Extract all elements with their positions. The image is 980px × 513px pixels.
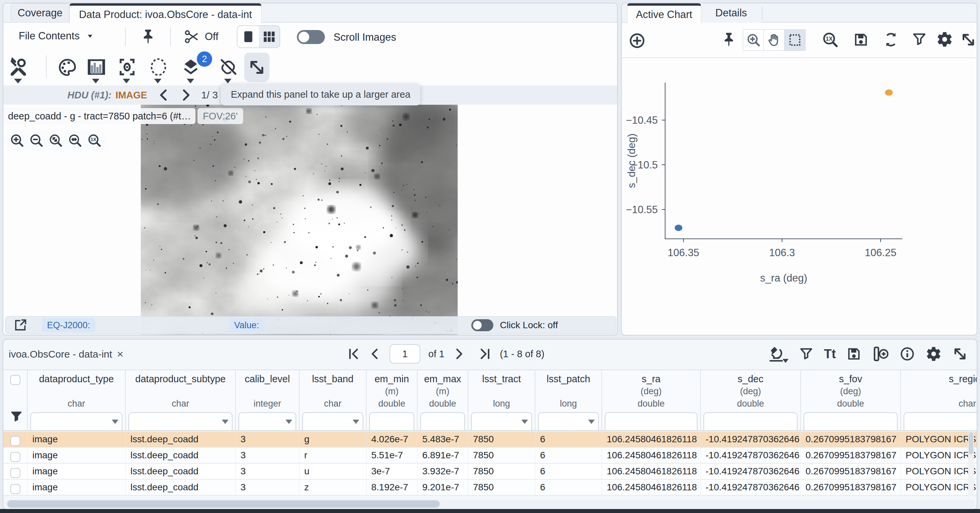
crop-toggle[interactable]: Off xyxy=(183,29,218,45)
filter-dropdown-icon[interactable] xyxy=(588,420,595,424)
table-row[interactable]: imagelsst.deep_coadd3z8.192e-79.201e-778… xyxy=(3,480,977,495)
column-filter-input[interactable] xyxy=(803,412,897,431)
column-header[interactable]: s_fov (deg) double xyxy=(801,370,901,430)
table-filter-icon[interactable] xyxy=(799,346,814,362)
filter-dropdown-icon[interactable] xyxy=(521,420,528,424)
table-rows: imagelsst.deep_coadd3g4.026e-75.483e-778… xyxy=(3,432,977,495)
chart-settings-icon[interactable] xyxy=(936,31,953,48)
tab-active-chart[interactable]: Active Chart xyxy=(627,3,701,23)
table-add-column-icon[interactable] xyxy=(872,345,889,363)
chart-filter-icon[interactable] xyxy=(911,31,927,47)
page-number-input[interactable] xyxy=(390,344,420,363)
expand-panel-button[interactable] xyxy=(244,53,269,82)
scroll-images-toggle[interactable] xyxy=(297,30,325,44)
column-header[interactable]: s_dec (deg) double xyxy=(701,370,801,430)
page-last-icon[interactable] xyxy=(478,347,492,360)
table-cell: 3 xyxy=(236,447,299,463)
hdu-prev-icon[interactable] xyxy=(157,88,170,102)
row-checkbox[interactable] xyxy=(10,468,20,478)
table-expand-icon[interactable] xyxy=(952,346,968,362)
chart-save-icon[interactable] xyxy=(853,31,869,48)
column-header[interactable]: lsst_tract long xyxy=(468,370,535,430)
tab-details[interactable]: Details xyxy=(701,3,761,23)
row-checkbox[interactable] xyxy=(10,452,20,462)
column-filter-input[interactable] xyxy=(703,412,797,431)
column-filter-input[interactable] xyxy=(30,412,123,431)
zoom-fill-icon[interactable] xyxy=(67,133,83,148)
column-header[interactable]: s_ra (deg) double xyxy=(602,370,701,430)
histogram-stretch-icon[interactable] xyxy=(86,57,107,77)
table-horizontal-scrollbar[interactable] xyxy=(5,500,975,508)
column-filter-input[interactable] xyxy=(904,412,977,431)
column-filter-input[interactable] xyxy=(420,412,465,431)
column-header[interactable]: lsst_band char xyxy=(299,370,367,430)
color-palette-icon[interactable] xyxy=(57,57,77,77)
external-view-icon[interactable] xyxy=(13,318,28,333)
zoom-1x-icon[interactable] xyxy=(87,133,102,148)
table-settings-icon[interactable] xyxy=(925,346,942,362)
column-filter-input[interactable] xyxy=(302,412,363,431)
filter-dropdown-icon[interactable] xyxy=(353,420,359,424)
chart-expand-icon[interactable] xyxy=(960,31,977,48)
table-info-icon[interactable] xyxy=(899,346,915,362)
page-first-icon[interactable] xyxy=(347,347,360,360)
add-chart-icon[interactable] xyxy=(628,32,646,49)
chart-pin-icon[interactable] xyxy=(721,31,737,48)
column-header[interactable]: em_max (m) double xyxy=(418,370,468,430)
single-view-button[interactable] xyxy=(237,26,259,47)
column-header[interactable]: calib_level integer xyxy=(236,370,299,430)
table-row[interactable]: imagelsst.deep_coadd3u3e-73.932e-7785061… xyxy=(3,464,977,480)
tools-icon[interactable] xyxy=(8,57,29,77)
table-save-icon[interactable] xyxy=(846,346,862,362)
scatter-chart[interactable]: 106.35106.3106.25−10.45−10.5−10.55s_ra (… xyxy=(622,58,977,335)
zoom-out-icon[interactable] xyxy=(29,133,44,148)
select-region-icon[interactable] xyxy=(148,57,169,77)
table-row[interactable]: imagelsst.deep_coadd3r5.51e-76.891e-7785… xyxy=(3,448,977,464)
row-checkbox[interactable] xyxy=(10,436,20,446)
filter-dropdown-icon[interactable] xyxy=(286,420,292,424)
tab-coverage[interactable]: Coverage xyxy=(11,3,69,23)
column-filter-input[interactable] xyxy=(129,412,232,431)
column-header[interactable]: lsst_patch long xyxy=(535,370,602,430)
table-vertical-scrollbar[interactable] xyxy=(968,432,974,495)
table-row[interactable]: imagelsst.deep_coadd3g4.026e-75.483e-778… xyxy=(3,432,977,448)
row-checkbox[interactable] xyxy=(10,484,20,494)
click-lock-toggle[interactable] xyxy=(471,319,493,331)
unlink-wcs-icon[interactable] xyxy=(218,57,238,77)
column-header[interactable]: dataproduct_subtype char xyxy=(126,370,236,430)
chart-zoom-tool[interactable] xyxy=(743,29,764,51)
filter-row-icon[interactable] xyxy=(10,409,23,424)
zoom-in-icon[interactable] xyxy=(10,133,25,148)
column-header[interactable]: s_region char xyxy=(901,370,977,430)
window-bottom-edge xyxy=(0,509,980,513)
column-name: dataproduct_type xyxy=(28,370,125,386)
table-text-view-icon[interactable]: Tt xyxy=(824,347,836,361)
zoom-fit-icon[interactable] xyxy=(48,133,64,148)
column-filter-input[interactable] xyxy=(471,412,532,431)
column-filter-input[interactable] xyxy=(369,412,414,431)
row-checkbox-cell xyxy=(3,463,28,479)
tab-data-product[interactable]: Data Product: ivoa.ObsCore - data-int xyxy=(69,3,261,23)
filter-dropdown-icon[interactable] xyxy=(112,420,118,424)
filter-dropdown-icon[interactable] xyxy=(222,420,229,424)
table-cell: lsst.deep_coadd xyxy=(126,463,236,479)
pin-button[interactable] xyxy=(139,28,157,45)
grid-view-button[interactable] xyxy=(259,26,280,47)
column-filter-input[interactable] xyxy=(605,412,697,431)
select-all-checkbox[interactable] xyxy=(10,375,20,385)
table-close-button[interactable]: × xyxy=(117,347,123,360)
column-filter-input[interactable] xyxy=(538,412,599,431)
page-prev-icon[interactable] xyxy=(368,347,382,360)
hdu-next-icon[interactable] xyxy=(179,88,192,102)
page-next-icon[interactable] xyxy=(452,347,466,360)
chart-refresh-icon[interactable] xyxy=(883,31,899,48)
fits-image[interactable] xyxy=(141,105,458,336)
column-filter-input[interactable] xyxy=(239,412,296,431)
column-header[interactable]: em_min (m) double xyxy=(367,370,418,430)
file-contents-dropdown[interactable]: File Contents xyxy=(19,30,94,42)
chart-pan-tool[interactable] xyxy=(764,29,785,51)
column-header[interactable]: dataproduct_type char xyxy=(28,370,126,430)
chart-select-tool[interactable] xyxy=(784,29,805,51)
chart-zoom-reset-icon[interactable] xyxy=(821,31,839,49)
recenter-icon[interactable] xyxy=(117,57,137,77)
